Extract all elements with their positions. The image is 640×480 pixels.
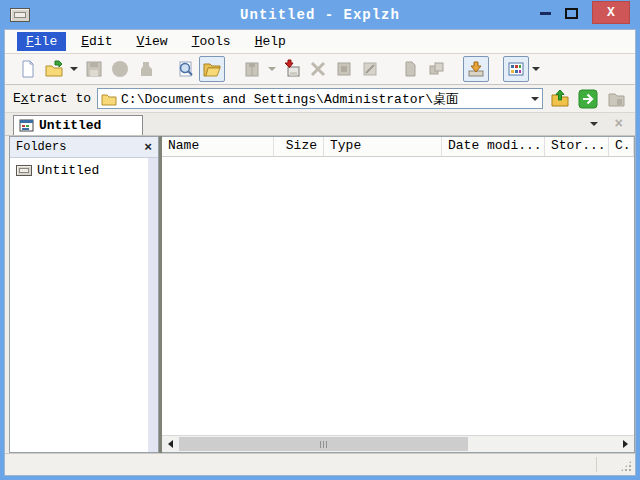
convert-archive-button[interactable] <box>239 56 265 82</box>
menu-edit[interactable]: Edit <box>72 32 121 51</box>
tree-item-label: Untitled <box>37 163 99 178</box>
up-folder-icon <box>550 89 570 109</box>
view-style-button[interactable] <box>503 56 529 82</box>
file-list-header: Name Size Type Date modi... Stor... C... <box>162 137 634 157</box>
delete-icon <box>308 59 328 79</box>
view-grid-icon <box>506 59 526 79</box>
open-folder-button[interactable] <box>199 56 225 82</box>
extract-path-value[interactable]: C:\Documents and Settings\Administrator\… <box>121 90 528 108</box>
scroll-right-button[interactable] <box>617 436 634 452</box>
tab-label: Untitled <box>39 118 101 133</box>
copy-path-button[interactable] <box>605 88 627 110</box>
status-bar <box>5 453 635 475</box>
tree-item-untitled[interactable]: Untitled <box>10 158 158 178</box>
copy-path-icon <box>606 89 626 109</box>
folders-panel: Folders × Untitled <box>9 136 159 453</box>
horizontal-scrollbar[interactable] <box>162 435 634 452</box>
folders-close-icon[interactable]: × <box>144 141 152 154</box>
column-c[interactable]: C... <box>609 137 634 156</box>
folders-vscrollbar-track <box>148 158 158 452</box>
up-folder-button[interactable] <box>549 88 571 110</box>
stamp-button[interactable] <box>331 56 357 82</box>
scroll-left-button[interactable] <box>162 436 179 452</box>
document-button[interactable] <box>397 56 423 82</box>
scroll-left-icon <box>168 440 173 448</box>
chevron-down-icon <box>531 97 539 101</box>
resize-grip[interactable] <box>620 460 632 472</box>
go-button[interactable] <box>577 88 599 110</box>
menu-view[interactable]: View <box>127 32 176 51</box>
open-archive-button[interactable] <box>41 56 67 82</box>
scrollbar-track[interactable] <box>179 436 617 452</box>
add-to-archive-button[interactable] <box>279 56 305 82</box>
extract-path-combobox[interactable]: C:\Documents and Settings\Administrator\… <box>97 88 543 109</box>
archive-box-icon <box>16 165 32 176</box>
view-style-caret-icon[interactable] <box>532 67 540 71</box>
column-type[interactable]: Type <box>324 137 442 156</box>
app-window: Untitled - Explzh X File Edit View Tools… <box>0 0 640 480</box>
stamp-icon <box>334 59 354 79</box>
file-list-pane: Name Size Type Date modi... Stor... C... <box>162 136 635 453</box>
duplicate-icon <box>426 59 446 79</box>
scroll-right-icon <box>623 440 628 448</box>
save-icon <box>84 59 104 79</box>
folder-icon <box>101 92 117 106</box>
add-to-archive-icon <box>282 59 302 79</box>
menu-file[interactable]: File <box>17 32 66 51</box>
menu-help[interactable]: Help <box>246 32 295 51</box>
tab-close-icon[interactable]: × <box>615 117 623 131</box>
pencil-icon <box>360 59 380 79</box>
extract-button[interactable] <box>463 56 489 82</box>
extract-to-bar: Extract to C:\Documents and Settings\Adm… <box>5 85 635 113</box>
extract-to-label: Extract to <box>13 91 91 106</box>
search-preview-button[interactable] <box>173 56 199 82</box>
extract-icon <box>466 59 486 79</box>
delete-button[interactable] <box>305 56 331 82</box>
toolbar <box>5 54 635 85</box>
open-archive-icon <box>44 59 64 79</box>
document-icon <box>400 59 420 79</box>
folders-panel-header: Folders × <box>10 137 158 158</box>
convert-archive-icon <box>242 59 262 79</box>
convert-archive-caret-icon[interactable] <box>268 67 276 71</box>
tab-list-caret-icon[interactable] <box>590 122 598 126</box>
tab-bar: Untitled × <box>5 113 635 136</box>
new-document-icon <box>18 59 38 79</box>
disc-icon <box>110 59 130 79</box>
bag-button[interactable] <box>133 56 159 82</box>
scrollbar-thumb[interactable] <box>179 437 468 451</box>
column-size[interactable]: Size <box>274 137 324 156</box>
archive-tab-icon <box>19 118 34 133</box>
column-name[interactable]: Name <box>162 137 274 156</box>
edit-button[interactable] <box>357 56 383 82</box>
column-date-modified[interactable]: Date modi... <box>442 137 545 156</box>
open-archive-caret-icon[interactable] <box>70 67 78 71</box>
go-arrow-icon <box>578 89 598 109</box>
menu-tools[interactable]: Tools <box>183 32 240 51</box>
tab-untitled[interactable]: Untitled <box>13 115 143 135</box>
folders-tree: Untitled <box>10 158 158 452</box>
disc-button[interactable] <box>107 56 133 82</box>
main-area: Folders × Untitled Name Size Type D <box>5 136 635 453</box>
duplicate-button[interactable] <box>423 56 449 82</box>
search-icon <box>176 59 196 79</box>
save-button[interactable] <box>81 56 107 82</box>
title-bar[interactable]: Untitled - Explzh X <box>4 0 636 29</box>
combo-dropdown-button[interactable] <box>528 89 542 108</box>
status-divider <box>596 457 597 472</box>
menu-bar: File Edit View Tools Help <box>5 30 635 54</box>
bag-icon <box>136 59 156 79</box>
folders-panel-title: Folders <box>16 140 66 154</box>
file-list-body[interactable] <box>162 157 634 435</box>
open-folder-icon <box>202 59 222 79</box>
new-document-button[interactable] <box>15 56 41 82</box>
column-stored[interactable]: Stor... <box>545 137 609 156</box>
window-title: Untitled - Explzh <box>4 7 636 23</box>
